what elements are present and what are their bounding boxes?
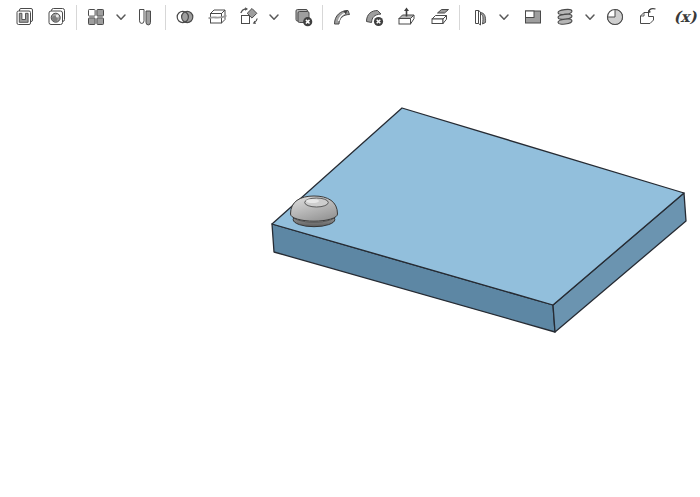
model-viewport[interactable] [0,0,700,497]
dome-highlight [306,199,319,203]
dome-boss[interactable] [291,196,338,227]
